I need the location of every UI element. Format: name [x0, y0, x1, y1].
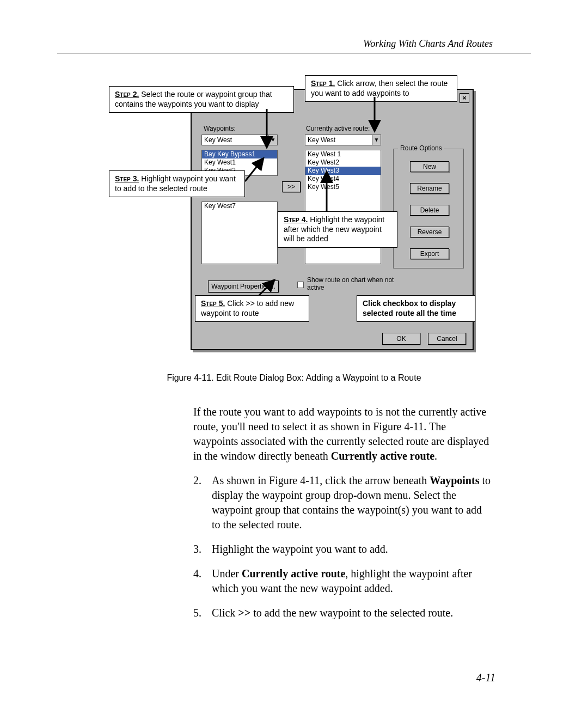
list-item: 2. As shown in Figure 4-11, click the ar… [193, 473, 493, 532]
callout-step1: Step 1. Click arrow, then select the rou… [305, 75, 457, 102]
export-button[interactable]: Export [410, 248, 449, 259]
list-item: 4. Under Currently active route, highlig… [193, 566, 493, 596]
waypoints-label: Waypoints: [204, 125, 236, 132]
figure-edit-route: × Waypoints: Key West ▼ Currently active… [109, 75, 479, 350]
running-head: Working With Charts And Routes [52, 38, 536, 50]
new-button[interactable]: New [410, 161, 449, 172]
list-item[interactable]: Key West4 [305, 175, 381, 183]
list-item[interactable]: Key West3 [305, 167, 381, 175]
list-item: 5. Click >> to add the new waypoint to t… [193, 606, 493, 620]
show-route-label: Show route on chart when not active [307, 276, 394, 291]
add-waypoint-button[interactable]: >> [282, 181, 301, 192]
waypoint-properties-button[interactable]: Waypoint Properties... [208, 280, 279, 292]
callout-step3: Step 3. Highlight waypoint you want to a… [109, 170, 245, 197]
callout-step4: Step 4. Highlight the waypoint after whi… [278, 211, 397, 248]
figure-caption: Figure 4-11. Edit Route Dialog Box: Addi… [52, 373, 536, 383]
route-label: Currently active route: [306, 125, 370, 132]
callout-step5: Step 5. Click >> to add new waypoint to … [195, 295, 309, 322]
waypoints-combo-value: Key West [204, 136, 232, 144]
body-text: If the route you want to add waypoints t… [193, 405, 493, 620]
callout-step2: Step 2. Select the route or waypoint gro… [109, 86, 294, 113]
waypoints-combo[interactable]: Key West ▼ [201, 135, 278, 145]
route-options-label: Route Options [398, 144, 444, 152]
route-combo[interactable]: Key West ▼ [305, 135, 381, 145]
chevron-down-icon[interactable]: ▼ [268, 135, 277, 145]
list-item[interactable]: Key West1 [202, 158, 277, 167]
cancel-button[interactable]: Cancel [428, 333, 466, 345]
ok-button[interactable]: OK [382, 333, 420, 345]
list-item[interactable]: Key West2 [305, 158, 381, 167]
show-route-checkbox[interactable] [297, 282, 304, 288]
list-item[interactable]: Bay Key Bypass1 [202, 150, 277, 158]
close-icon[interactable]: × [460, 93, 469, 103]
header-rule [57, 53, 531, 53]
waypoints-lower-list[interactable]: Key West7 [201, 202, 278, 264]
page-number: 4-11 [476, 672, 495, 684]
route-options-group: Route Options New Rename Delete Reverse … [393, 149, 464, 268]
list-item[interactable]: Key West5 [305, 183, 381, 191]
callout-checkbox: Click checkbox to display selected route… [357, 295, 475, 322]
route-combo-value: Key West [308, 136, 335, 144]
list-item[interactable]: Key West 1 [305, 150, 381, 158]
reverse-button[interactable]: Reverse [410, 227, 449, 237]
delete-button[interactable]: Delete [410, 205, 449, 216]
list-item[interactable]: Key West7 [202, 202, 277, 210]
chevron-down-icon[interactable]: ▼ [372, 135, 381, 145]
rename-button[interactable]: Rename [410, 183, 449, 194]
intro-paragraph: If the route you want to add waypoints t… [193, 405, 493, 463]
list-item: 3. Highlight the waypoint you want to ad… [193, 542, 493, 557]
